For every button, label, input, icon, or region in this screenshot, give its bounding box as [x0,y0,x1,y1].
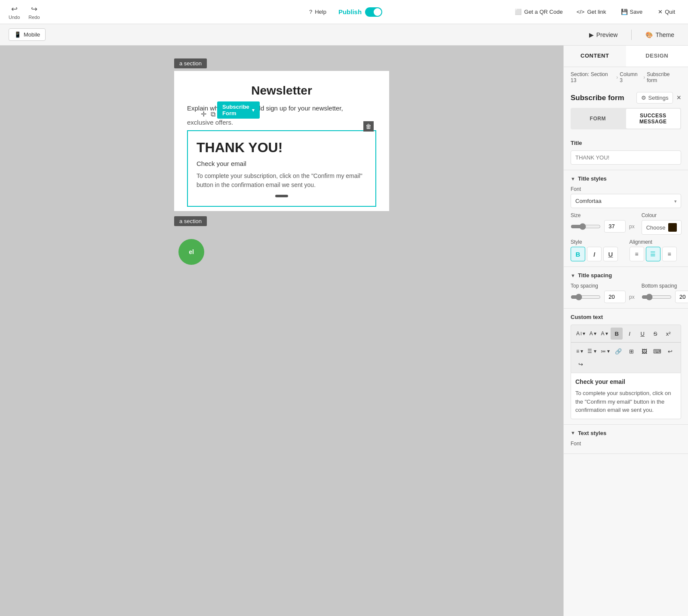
align-dropdown[interactable]: ≡ ▾ [574,345,585,357]
text-editor-content[interactable]: Check your email To complete your subscr… [571,373,681,419]
publish-toggle[interactable]: Publish [338,7,382,17]
quit-button[interactable]: ✕ Quit [654,7,679,17]
link-button[interactable]: 🔗 [612,345,624,357]
text-styles-label[interactable]: Text styles [578,430,606,436]
top-spacing-label: Top spacing [571,283,635,289]
title-spacing-label[interactable]: Title spacing [578,272,612,279]
undo-editor-button[interactable]: ↩ [664,345,676,357]
quit-label: Quit [665,9,675,15]
embed-button[interactable]: ⊞ [625,345,637,357]
move-button[interactable]: ✛ [200,109,207,119]
bottom-spacing-group: Bottom spacing px [642,283,688,303]
breadcrumb-section[interactable]: Section: Section 13 [571,71,614,83]
font-size-dropdown[interactable]: AI ▾ [574,328,587,340]
undo-button[interactable]: ↩ Undo [9,4,20,20]
editor-check-email: Check your email [575,377,676,386]
preview-label: Preview [596,31,618,38]
breadcrumb-column[interactable]: Column 3 [620,71,642,83]
title-input[interactable] [571,150,681,165]
size-input[interactable] [604,220,626,233]
title-styles-label[interactable]: Title styles [578,175,607,182]
form-tabs: FORM SUCCESS MESSAGE [571,108,681,129]
bottom-spacing-slider[interactable] [642,294,672,300]
alignment-label: Alignment [630,239,682,245]
font-select-container: Comfortaa ▾ [571,194,681,208]
font-family-dropdown[interactable]: A ▾ [588,328,599,340]
panel-tabs: CONTENT DESIGN [564,46,688,67]
check-email-text: Check your email [197,160,367,167]
list-ordered-dropdown[interactable]: ≔ ▾ [599,345,611,357]
align-left-button[interactable]: ≡ [630,247,644,261]
toolbar-right: ⬜ Get a QR Code </> Get link 💾 Save ✕ Qu… [511,7,679,17]
form-tab-form[interactable]: FORM [571,108,625,129]
align-center-button[interactable]: ☰ [646,247,660,261]
text-styles-font-label: Font [571,441,681,447]
size-colour-row: Size px Colour Choose [571,212,681,235]
toggle-track[interactable] [365,7,382,17]
help-button[interactable]: ? Help [306,7,330,17]
alignment-group: Alignment ≡ ☰ ≡ [630,239,682,261]
redo-icon: ↪ [31,4,37,14]
sticker: el [178,239,204,265]
colour-button[interactable]: Choose [642,220,682,235]
bottom-section-label: a section [174,216,207,226]
editor-strikethrough-button[interactable]: S [649,328,661,340]
subscribe-form-label: Subscribe Form [222,104,249,116]
toolbar-center: ? Help Publish [306,7,382,17]
delete-floating-button[interactable]: 🗑 [363,121,374,132]
preview-button[interactable]: ▶ Preview [584,29,623,41]
top-spacing-input[interactable] [604,291,626,303]
title-styles-arrow[interactable]: ▼ [571,176,575,181]
image-button[interactable]: 🖼 [638,345,650,357]
get-link-button[interactable]: </> Get link [573,7,610,17]
style-align-row: Style B I U Alignment ≡ ☰ ≡ [571,239,681,261]
tab-content[interactable]: CONTENT [564,46,626,67]
qr-label: Get a QR Code [524,9,563,15]
custom-text-section: Custom text AI ▾ A ▾ A ▾ B I U S x² ≡ ▾ … [564,309,688,425]
editor-italic-button[interactable]: I [624,328,636,340]
qr-code-button[interactable]: ⬜ Get a QR Code [511,7,566,17]
tab-design[interactable]: DESIGN [626,46,688,67]
bold-button[interactable]: B [571,247,585,261]
subscribe-form-bar[interactable]: Subscribe Form ▾ [217,101,260,119]
title-spacing-arrow[interactable]: ▼ [571,273,575,278]
subscribe-form-container: ✛ ⧉ 🗑 ⚙ Subscribe Form ▾ exclusive offer… [187,119,376,207]
panel-settings-button[interactable]: ⚙ Settings [636,92,673,104]
font-select[interactable]: Comfortaa [571,194,681,208]
size-slider[interactable] [571,223,601,230]
code-button[interactable]: ⌨ [651,345,663,357]
text-styles-arrow[interactable]: ▼ [571,430,575,435]
redo-button[interactable]: ↪ Redo [28,4,40,20]
font-color-dropdown[interactable]: A ▾ [599,328,610,340]
quit-icon: ✕ [658,9,663,15]
link-label: Get link [587,9,606,15]
theme-button[interactable]: 🎨 Theme [640,29,679,41]
custom-text-label: Custom text [571,314,681,320]
mobile-device-button[interactable]: 📱 Mobile [9,28,46,41]
help-label: Help [315,9,326,15]
editor-superscript-button[interactable]: x² [662,328,674,340]
mobile-label: Mobile [24,31,40,38]
redo-label: Redo [28,15,40,20]
toolbar-divider [631,30,632,40]
save-button[interactable]: 💾 Save [617,7,647,17]
main-area: a section Newsletter Explain why visitor… [0,46,688,616]
bottom-spacing-input[interactable] [675,291,688,303]
title-styles-header: ▼ Title styles [571,175,681,182]
panel-close-button[interactable]: × [676,93,681,102]
redo-editor-button[interactable]: ↪ [574,358,587,370]
underline-button[interactable]: U [603,247,618,261]
list-dropdown[interactable]: ☰ ▾ [586,345,598,357]
form-tab-success[interactable]: SUCCESS MESSAGE [626,109,681,129]
editor-underline-button[interactable]: U [636,328,648,340]
size-label: Size [571,212,635,218]
align-right-button[interactable]: ≡ [662,247,677,261]
editor-bold-button[interactable]: B [611,328,623,340]
copy-button[interactable]: ⧉ [210,110,216,119]
settings-label: Settings [648,95,669,101]
undo-icon: ↩ [11,4,18,14]
canvas-area: a section Newsletter Explain why visitor… [0,46,563,616]
italic-button[interactable]: I [587,247,602,261]
size-slider-container [571,223,601,230]
top-spacing-slider[interactable] [571,294,601,300]
